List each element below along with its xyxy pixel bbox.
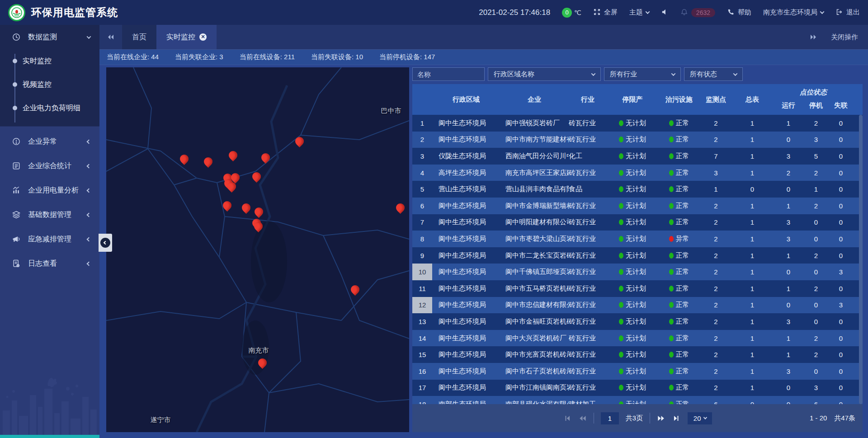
cell-company: 阆中市南方节能建材有 bbox=[500, 135, 569, 144]
sidebar-group-emergency-reduction[interactable]: 应急减排管理 bbox=[0, 227, 99, 251]
table-row[interactable]: 4高坪生态环境局南充市高坪区王家店建砖瓦行业无计划正常31220 bbox=[412, 165, 863, 181]
tab-realtime-monitor[interactable]: 实时监控 ✕ bbox=[156, 25, 217, 49]
cell-company: 阆中大兴页岩机砖厂 bbox=[500, 334, 569, 343]
chevron-left-icon bbox=[87, 188, 91, 193]
cell-index: 12 bbox=[412, 297, 432, 314]
cell-industry: 砖瓦行业 bbox=[569, 135, 607, 144]
page-size-select[interactable]: 20 bbox=[688, 412, 712, 424]
cell-stop-production: 无计划 bbox=[607, 251, 658, 260]
logout-icon bbox=[835, 8, 843, 17]
clock-icon bbox=[12, 33, 21, 42]
sidebar-collapse-button[interactable] bbox=[99, 234, 112, 252]
table-row[interactable]: 14阆中生态环境局阆中大兴页岩机砖厂砖瓦行业无计划正常21120 bbox=[412, 330, 863, 347]
cell-lost: 0 bbox=[828, 252, 854, 259]
status-dot-green bbox=[619, 319, 623, 325]
cell-stop-production: 无计划 bbox=[607, 317, 658, 326]
table-row[interactable]: 11阆中生态环境局阆中市五马桥页岩机砖砖瓦行业无计划正常21120 bbox=[412, 280, 863, 297]
region-filter-select[interactable]: 行政区域名称 bbox=[488, 67, 601, 81]
cell-monitor-points: 2 bbox=[700, 218, 732, 226]
table-row[interactable]: 10阆中生态环境局阆中千佛镇五郎垭页岩砖瓦行业无计划正常21003 bbox=[412, 264, 863, 280]
cell-halted: 2 bbox=[804, 252, 828, 259]
table-row[interactable]: 6阆中生态环境局阆中市金博瑞新型墙材砖瓦行业无计划正常21120 bbox=[412, 198, 863, 214]
cell-halted: 1 bbox=[804, 185, 828, 193]
pagination-bar: 1 共3页 20 bbox=[412, 404, 863, 432]
cell-pollution-facility: 正常 bbox=[658, 185, 700, 193]
cell-index: 15 bbox=[412, 351, 432, 358]
next-page-button[interactable] bbox=[657, 414, 665, 423]
table-row[interactable]: 1阆中生态环境局阆中强锐页岩砖厂砖瓦行业无计划正常21120 bbox=[412, 115, 863, 132]
sidebar-item-video-monitor[interactable]: 视频监控 bbox=[0, 73, 99, 96]
chevron-down-icon bbox=[671, 71, 676, 76]
last-page-button[interactable] bbox=[672, 414, 681, 423]
tab-home[interactable]: 首页 bbox=[122, 25, 156, 49]
cell-pollution-facility: 正常 bbox=[658, 119, 700, 127]
logout-button[interactable]: 退出 bbox=[835, 8, 860, 17]
cell-company: 南充市高坪区王家店建 bbox=[500, 169, 569, 177]
theme-dropdown[interactable]: 主题 bbox=[629, 8, 649, 17]
tabs-scroll-right-button[interactable] bbox=[809, 33, 817, 41]
prev-page-button[interactable] bbox=[578, 414, 587, 423]
cell-halted: 3 bbox=[804, 136, 828, 143]
table-scrollbar[interactable] bbox=[859, 115, 863, 404]
status-dot-green bbox=[619, 286, 623, 292]
temperature: 0 ℃ bbox=[562, 8, 581, 18]
sidebar-group-enterprise-abnormal[interactable]: 企业异常 bbox=[0, 129, 99, 154]
sidebar-group-basic-data[interactable]: 基础数据管理 bbox=[0, 203, 99, 227]
col-monitor-points: 监测点 bbox=[700, 84, 732, 115]
close-icon[interactable]: ✕ bbox=[199, 33, 207, 41]
sidebar-group-log-view[interactable]: 日志查看 bbox=[0, 251, 99, 276]
table-row[interactable]: 2阆中生态环境局阆中市南方节能建材有砖瓦行业无计划正常21030 bbox=[412, 132, 863, 148]
notifications[interactable]: 2632 bbox=[680, 8, 715, 17]
status-dot-green bbox=[669, 120, 674, 126]
cell-index: 8 bbox=[412, 235, 432, 243]
cell-stop-production: 无计划 bbox=[607, 367, 658, 376]
cell-halted: 0 bbox=[804, 218, 828, 226]
table-row[interactable]: 9阆中生态环境局阆中市二龙长宝页岩砖砖瓦行业无计划正常21120 bbox=[412, 247, 863, 264]
tabs-scroll-left-button[interactable] bbox=[99, 25, 122, 49]
fullscreen-button[interactable]: 全屏 bbox=[593, 8, 618, 17]
table-row[interactable]: 18南部生态环境局南部县砚化水泥有限公建材加工无计划正常60060 bbox=[412, 396, 863, 404]
table-row[interactable]: 12阆中生态环境局阆中市忠信建材有限公砖瓦行业无计划正常21003 bbox=[412, 297, 863, 314]
page-number-input[interactable]: 1 bbox=[601, 412, 619, 424]
status-dot-green bbox=[669, 335, 674, 341]
table-row[interactable]: 7阆中生态环境局阆中明阳建材有限公司砖瓦行业无计划正常21300 bbox=[412, 214, 863, 231]
status-dot-green bbox=[669, 219, 674, 225]
mute-button[interactable] bbox=[661, 8, 669, 17]
sidebar-group-enterprise-statistics[interactable]: 企业综合统计 bbox=[0, 154, 99, 178]
help-button[interactable]: 帮助 bbox=[727, 8, 751, 17]
cell-region: 阆中生态环境局 bbox=[432, 350, 500, 359]
cell-region: 阆中生态环境局 bbox=[432, 301, 500, 309]
status-filter-select[interactable]: 所有状态 bbox=[684, 67, 743, 81]
cell-industry: 砖瓦行业 bbox=[569, 218, 607, 226]
sidebar-group-power-analysis[interactable]: 企业用电量分析 bbox=[0, 178, 99, 203]
sidebar-item-power-load-detail[interactable]: 企业电力负荷明细 bbox=[0, 96, 99, 120]
sidebar-group-label: 企业用电量分析 bbox=[28, 186, 79, 195]
industry-filter-select[interactable]: 所有行业 bbox=[604, 67, 681, 81]
cell-industry: 砖瓦行业 bbox=[569, 235, 607, 243]
table-row[interactable]: 15阆中生态环境局阆中市光富页岩机砖厂砖瓦行业无计划正常21120 bbox=[412, 346, 863, 363]
table-row[interactable]: 5营山生态环境局营山县润丰肉食品有限食品无计划正常10010 bbox=[412, 181, 863, 198]
table-row[interactable]: 13阆中生态环境局阆中市金福旺页岩机砖砖瓦行业无计划正常21300 bbox=[412, 313, 863, 330]
table-row[interactable]: 17阆中生态环境局阆中市江南镇阆南页岩砖瓦行业无计划正常21030 bbox=[412, 380, 863, 396]
col-total-meter: 总表 bbox=[732, 84, 773, 115]
sidebar-item-realtime-monitor[interactable]: 实时监控 bbox=[0, 49, 99, 73]
close-operations-button[interactable]: 关闭操作 bbox=[831, 33, 858, 42]
sidebar-group-header-data-monitoring[interactable]: 数据监测 bbox=[0, 25, 99, 49]
table-row[interactable]: 8阆中生态环境局阆中市枣碧大梁山页岩砖瓦行业无计划异常21300 bbox=[412, 231, 863, 247]
map-panel[interactable]: 巴中市南充市遂宁市 bbox=[106, 67, 409, 432]
cell-monitor-points: 2 bbox=[700, 252, 732, 259]
table-row[interactable]: 3仪陇生态环境局西南油气田分公司川中化工无计划正常71350 bbox=[412, 148, 863, 165]
cell-lost: 0 bbox=[828, 334, 854, 342]
cell-stop-production: 无计划 bbox=[607, 185, 658, 193]
name-filter-input[interactable] bbox=[412, 67, 485, 81]
cell-running: 2 bbox=[773, 169, 804, 177]
col-company: 企业 bbox=[500, 84, 569, 115]
cell-industry: 砖瓦行业 bbox=[569, 284, 607, 293]
first-page-button[interactable] bbox=[563, 414, 571, 423]
cell-lost: 0 bbox=[828, 119, 854, 127]
cell-total-meter: 1 bbox=[732, 351, 773, 358]
cell-total-meter: 1 bbox=[732, 384, 773, 391]
table-row[interactable]: 16阆中生态环境局阆中市石子页岩机砖厂砖瓦行业无计划正常21300 bbox=[412, 363, 863, 380]
org-dropdown[interactable]: 南充市生态环境局 bbox=[763, 8, 824, 17]
cell-running: 3 bbox=[773, 367, 804, 375]
